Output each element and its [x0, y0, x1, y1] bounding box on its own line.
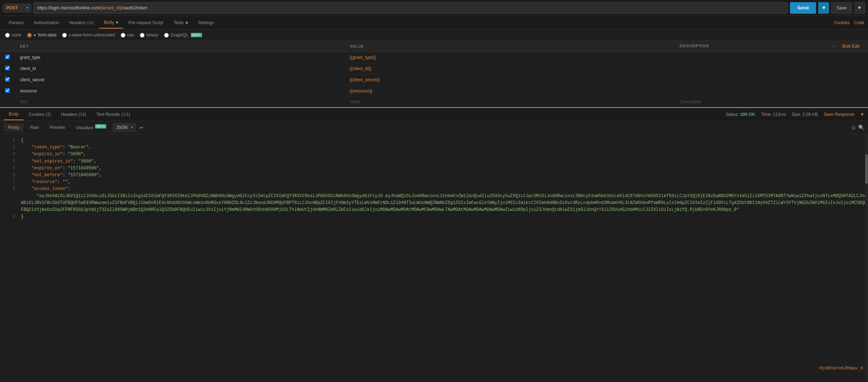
json-line-8: 8 "access_token": — [4, 186, 868, 192]
row-3-desc[interactable] — [675, 74, 868, 86]
row-2-key[interactable]: client_id — [15, 63, 345, 74]
send-dropdown-button[interactable]: ▼ — [818, 2, 829, 14]
table-row: client_secret {{client_secret}} — [0, 74, 868, 86]
table-row: resource {{resource}} — [0, 86, 868, 97]
status-value: 200 OK — [740, 112, 755, 117]
th-value: VALUE — [345, 41, 675, 52]
tab-tests[interactable]: Tests — [168, 17, 193, 28]
table-row: grant_type {{grant_type}} — [0, 52, 868, 63]
table-row-placeholder: Key Value Description — [0, 97, 868, 107]
row-2-checkbox[interactable] — [5, 66, 10, 70]
json-line-2: 2 "token_type": "Bearer", — [4, 144, 868, 151]
test-results-count: (1/1) — [121, 112, 130, 117]
format-icon[interactable]: ⇌ — [139, 125, 143, 130]
copy-icon[interactable]: ⧉ — [852, 125, 855, 131]
row-1-desc[interactable] — [675, 52, 868, 63]
row-3-checkbox[interactable] — [5, 77, 10, 82]
size-label: Size: 2.09 KB — [792, 112, 818, 117]
tab-headers[interactable]: Headers (10) — [64, 17, 99, 28]
method-wrapper: POST GET PUT DELETE PATCH ▼ — [3, 4, 31, 12]
tab-body[interactable]: Body — [99, 17, 124, 29]
send-button[interactable]: Send — [790, 2, 816, 14]
th-checkbox — [0, 41, 15, 52]
visualize-beta-badge: BETA — [95, 124, 106, 129]
placeholder-desc[interactable]: Description — [675, 97, 868, 107]
form-table: KEY VALUE DESCRIPTION ··· Bulk Edit gran… — [0, 41, 868, 107]
main-content: Params Authorization Headers (10) Body P… — [0, 16, 868, 382]
headers-count: (14) — [78, 112, 86, 117]
tests-dot — [186, 22, 188, 24]
request-section: Params Authorization Headers (10) Body P… — [0, 16, 868, 107]
save-dropdown-button[interactable]: ▼ — [854, 2, 865, 14]
body-dot — [116, 21, 118, 23]
response-tabs-bar: Body Cookies (3) Headers (14) Test Resul… — [0, 107, 868, 121]
row-2-desc[interactable] — [675, 63, 868, 74]
bulk-edit-button[interactable]: Bulk Edit — [842, 44, 859, 49]
cookies-link[interactable]: Cookies — [834, 20, 850, 25]
option-none[interactable]: none — [5, 32, 21, 38]
resp-tab-headers[interactable]: Headers (14) — [56, 109, 91, 120]
tabs-right: Cookies Code — [834, 20, 864, 25]
option-raw[interactable]: raw — [121, 32, 134, 38]
tab-authorization[interactable]: Authorization — [29, 17, 64, 28]
format-raw-button[interactable]: Raw — [26, 123, 43, 131]
row-3-key[interactable]: client_secret — [15, 74, 345, 86]
row-4-desc[interactable] — [675, 86, 868, 97]
resp-tab-body[interactable]: Body — [4, 109, 23, 120]
table-row: client_id {{client_id}} — [0, 63, 868, 74]
search-icon[interactable]: 🔍 — [858, 125, 864, 130]
response-status-info: Status: 200 OK Time: 112ms Size: 2.09 KB… — [726, 112, 864, 117]
format-type-wrapper: JSON XML HTML Text ▼ — [113, 123, 136, 131]
json-line-6: 6 "not_before": "1571045606", — [4, 172, 868, 179]
tab-settings[interactable]: Settings — [193, 17, 219, 28]
beta-badge: BETA — [191, 33, 202, 37]
row-4-checkbox[interactable] — [5, 88, 10, 93]
json-line-1: 1 { — [4, 137, 868, 144]
url-bar[interactable]: https://login.microsoftonline.com/{tenan… — [33, 2, 788, 14]
row-4-key[interactable]: resource — [15, 86, 345, 97]
tab-prerequest[interactable]: Pre-request Script — [123, 17, 168, 28]
placeholder-key[interactable]: Key — [15, 97, 345, 107]
time-value: 112ms — [773, 112, 786, 117]
row-1-checkbox[interactable] — [5, 55, 10, 59]
row-2-value[interactable]: {{client_id}} — [345, 63, 675, 74]
url-text: https://login.microsoftonline.com/{tenan… — [37, 5, 147, 10]
scrollbar-track[interactable] — [865, 134, 868, 382]
tab-params[interactable]: Params — [4, 17, 29, 28]
option-form-data[interactable]: ● form-data — [27, 32, 57, 38]
url-variable: {tenant_id} — [100, 5, 121, 10]
option-urlencoded[interactable]: x-www-form-urlencoded — [62, 32, 115, 38]
option-graphql[interactable]: GraphQLBETA — [164, 32, 202, 38]
headers-badge: (10) — [87, 21, 94, 25]
placeholder-value[interactable]: Value — [345, 97, 675, 107]
json-viewer: 1 { 2 "token_type": "Bearer", 3 "expires… — [0, 134, 868, 223]
format-pretty-button[interactable]: Pretty — [4, 123, 23, 131]
json-line-4: 4 "ext_expires_in": "3600", — [4, 158, 868, 165]
save-resp-dropdown[interactable]: ▼ — [860, 112, 864, 117]
save-button[interactable]: Save — [831, 2, 852, 14]
format-visualize-button[interactable]: Visualize BETA — [72, 123, 111, 132]
body-options: none ● form-data x-www-form-urlencoded r… — [0, 30, 868, 41]
row-3-value[interactable]: {{client_secret}} — [345, 74, 675, 86]
resp-tab-test-results[interactable]: Test Results (1/1) — [91, 109, 135, 120]
th-key: KEY — [15, 41, 345, 52]
json-line-9: 9 } — [4, 213, 868, 220]
method-select[interactable]: POST GET PUT DELETE PATCH — [3, 4, 31, 12]
table-more-icon[interactable]: ··· — [833, 44, 837, 48]
format-right-actions: ⧉ 🔍 — [852, 125, 864, 131]
format-preview-button[interactable]: Preview — [45, 123, 69, 131]
response-section: Body Cookies (3) Headers (14) Test Resul… — [0, 107, 868, 382]
row-1-value[interactable]: {{grant_type}} — [345, 52, 675, 63]
code-link[interactable]: Code — [854, 20, 864, 25]
format-type-select[interactable]: JSON XML HTML Text — [113, 123, 136, 131]
row-4-value[interactable]: {{resource}} — [345, 86, 675, 97]
scrollbar-thumb[interactable] — [865, 154, 868, 184]
resp-tab-cookies[interactable]: Cookies (3) — [23, 109, 56, 120]
save-response-button[interactable]: Save Response — [824, 112, 854, 117]
json-container[interactable]: 1 { 2 "token_type": "Bearer", 3 "expires… — [0, 134, 868, 382]
option-binary[interactable]: binary — [140, 32, 158, 38]
th-description: DESCRIPTION ··· Bulk Edit — [675, 41, 868, 52]
top-bar: POST GET PUT DELETE PATCH ▼ https://logi… — [0, 0, 868, 16]
size-value: 2.09 KB — [803, 112, 818, 117]
row-1-key[interactable]: grant_type — [15, 52, 345, 63]
